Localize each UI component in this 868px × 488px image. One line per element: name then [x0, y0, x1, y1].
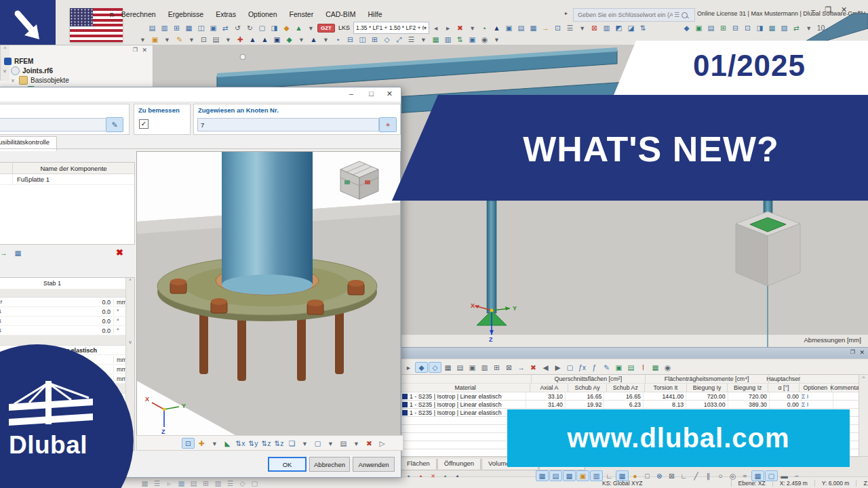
options-icons[interactable]: Σ I [802, 392, 833, 400]
toolbar-icon[interactable]: ↺ [232, 22, 243, 33]
toolbar-icon[interactable]: ◫ [357, 34, 368, 45]
toolbar-icon[interactable]: ▣ [271, 34, 283, 45]
toolbar-icon[interactable]: ▲ [247, 34, 258, 45]
component-tool-icon[interactable]: ▦ [12, 247, 24, 258]
dialog-minimize-icon[interactable]: – [349, 89, 353, 98]
tree-item-rfem[interactable]: RFEM [4, 56, 33, 66]
cancel-button[interactable]: Abbrechen [309, 457, 350, 472]
to-design-checkbox[interactable]: ✓ [139, 119, 149, 129]
toolbar-icon[interactable]: ⋆ [403, 470, 414, 481]
toolbar-icon[interactable]: ▤ [515, 22, 527, 33]
toolbar-icon[interactable]: ▸ [442, 22, 454, 33]
toolbar-icon[interactable]: ⤢ [393, 34, 405, 45]
toolbar-icon[interactable]: ✖ [528, 362, 539, 373]
tab-volumenkoerper[interactable]: Volumenkörper [481, 459, 538, 470]
tree-item-file[interactable]: v Joints.rf6 [1, 66, 53, 75]
param-row[interactable]: y10.0° [0, 317, 134, 326]
properties-scrollbar[interactable]: ^v [125, 278, 134, 450]
toolbar-icon[interactable]: ▦ [183, 22, 195, 33]
toolbar-icon[interactable]: ▣ [149, 34, 161, 45]
toolbar-icon[interactable]: ▦ [766, 22, 778, 33]
preview-tool-icon[interactable]: ✖ [363, 438, 375, 449]
dialog-close-icon[interactable]: ✕ [387, 89, 393, 98]
preview-tool-icon[interactable]: ◣ [222, 438, 233, 449]
preview-tool-icon[interactable]: ⇅z [273, 438, 285, 449]
toolbar-icon[interactable]: ◆ [681, 22, 692, 33]
menu-item-optionen[interactable]: Optionen [248, 10, 277, 18]
menu-item-cadbim[interactable]: CAD-BIM [326, 10, 355, 18]
toolbar-icon[interactable]: ◆ [281, 22, 292, 33]
navigation-cube[interactable] [340, 161, 378, 199]
table-row[interactable]: 1 - S235 | Isotrop | Linear elastisch 33… [401, 392, 859, 401]
preview-tool-icon[interactable]: ▤ [338, 438, 349, 449]
menu-item-fragment[interactable]: n [110, 10, 114, 18]
toolbar-icon[interactable]: ▲ [491, 22, 502, 33]
toolbar-icon[interactable]: ◇ [381, 34, 393, 45]
toolbar-icon[interactable]: ƒ [589, 362, 600, 373]
tree-item-basisobjekte[interactable]: v Basisobjekte [9, 75, 69, 85]
close-panel-icon[interactable]: ✕ [142, 47, 147, 54]
toolbar-icon[interactable]: ▤ [146, 22, 158, 33]
components-table[interactable]: Name der Komponente Fußplatte 1 [0, 162, 135, 245]
toolbar-icon[interactable]: ▾ [161, 34, 173, 45]
toolbar-icon[interactable]: ▦ [650, 362, 661, 373]
ok-button[interactable]: OK [268, 457, 307, 472]
toolbar-icon[interactable]: ⇅ [454, 34, 466, 45]
assigned-input[interactable]: 7 [197, 118, 379, 131]
toolbar-icon[interactable]: ☰ [564, 22, 576, 33]
minimize-button[interactable]: – [811, 5, 825, 14]
toolbar-icon[interactable]: ▢ [256, 22, 268, 33]
toolbar-icon[interactable]: ▾ [137, 34, 149, 45]
toolbar-icon[interactable]: ⊞ [171, 22, 182, 33]
toolbar-icon[interactable]: 10 [815, 22, 827, 33]
preview-tool-icon[interactable]: ▷ [376, 438, 388, 449]
toolbar-icon[interactable]: ▦ [528, 22, 539, 33]
toolbar-icon[interactable]: ⊡ [552, 22, 564, 33]
toolbar-icon[interactable]: ▾ [222, 34, 234, 45]
toolbar-icon[interactable]: ▾ [803, 22, 814, 33]
menu-item-fenster[interactable]: Fenster [290, 10, 314, 18]
toolbar-icon[interactable]: ▲ [293, 22, 304, 33]
apply-button[interactable]: Anwenden [353, 457, 395, 472]
toolbar-icon[interactable]: → [540, 22, 551, 33]
toolbar-icon[interactable]: ✖ [454, 22, 466, 33]
search-box[interactable]: ☰ [573, 8, 695, 22]
toolbar-icon[interactable]: ▥ [601, 22, 612, 33]
preview-tool-icon[interactable]: ▾ [325, 438, 336, 449]
toolbar-icon[interactable]: ▾ [491, 34, 502, 45]
caret-icon[interactable]: ▸ [565, 10, 568, 16]
toolbar-icon[interactable]: ▤ [188, 478, 199, 488]
preview-tool-icon[interactable]: ⇅z [260, 438, 272, 449]
toolbar-icon[interactable]: ▦ [442, 362, 454, 373]
dock-icon[interactable]: ❐ [133, 47, 138, 53]
search-input[interactable] [576, 11, 674, 19]
preview-tool-icon[interactable]: ▢ [312, 438, 323, 449]
toolbar-icon[interactable]: ▦ [563, 470, 576, 481]
toolbar-icon[interactable]: ◂ [430, 22, 441, 33]
toolbar-icon[interactable]: ▤ [625, 362, 637, 373]
preview-tool-icon[interactable]: ▾ [299, 438, 311, 449]
toolbar-icon[interactable]: ⊠ [503, 362, 515, 373]
toolbar-icon[interactable]: ◆ [283, 34, 295, 45]
material-row[interactable]: stisch [0, 394, 134, 403]
toolbar-icon[interactable]: ▤ [454, 362, 466, 373]
toolbar-icon[interactable]: ▲ [308, 34, 319, 45]
toolbar-icon[interactable]: ⊞ [200, 478, 212, 488]
toolbar-icon[interactable]: ▤ [549, 470, 562, 481]
preview-tool-icon[interactable]: ✚ [196, 438, 208, 449]
toolbar-icon[interactable]: ⋆ [439, 470, 451, 481]
menu-item-berechnen[interactable]: Berechnen [121, 10, 156, 18]
toolbar-icon[interactable]: ⊞ [369, 34, 380, 45]
toolbar-icon[interactable]: ⋆ [452, 470, 463, 481]
param-row[interactable]: ref0.0mm [0, 298, 134, 307]
dialog-maximize-icon[interactable]: □ [369, 89, 374, 98]
materials-table[interactable]: Querschnittsflächen [cm²] Flächenträghei… [400, 374, 860, 457]
toolbar-icon[interactable]: ⇅ [637, 22, 649, 33]
toolbar-icon[interactable]: ⊟ [344, 34, 356, 45]
toolbar-icon[interactable]: ▦ [430, 34, 441, 45]
preview-tool-icon[interactable]: ▾ [209, 438, 220, 449]
toolbar-icon[interactable]: ⊡ [742, 22, 753, 33]
toolbar-icon[interactable]: ⊡ [198, 34, 210, 45]
close-panel-icon[interactable]: ✕ [859, 349, 865, 356]
tab-liniensaetze[interactable]: Liniensätze [539, 459, 585, 470]
